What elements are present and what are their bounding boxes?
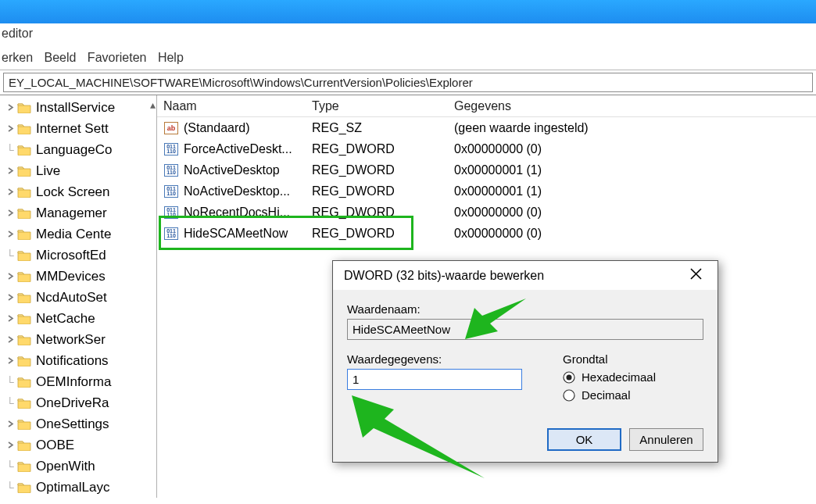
- radio-selected-icon: [563, 371, 575, 384]
- tree-item[interactable]: InstallService▴: [0, 97, 156, 118]
- tree-item-label: Live: [36, 163, 60, 179]
- folder-icon: [17, 186, 31, 198]
- tree-branch-icon: └: [5, 481, 16, 494]
- tree-item-label: NetworkSer: [36, 332, 106, 348]
- tree-item[interactable]: └OEMInforma: [0, 371, 156, 392]
- value-name-input[interactable]: [347, 319, 703, 340]
- tree-item[interactable]: Media Cente: [0, 223, 156, 245]
- addressbar-row: EY_LOCAL_MACHINE\SOFTWARE\Microsoft\Wind…: [0, 70, 816, 95]
- value-name: HideSCAMeetNow: [184, 227, 288, 241]
- value-type: REG_DWORD: [312, 184, 454, 198]
- folder-icon: [17, 249, 31, 261]
- folder-icon: [17, 481, 31, 493]
- tree-item[interactable]: └MicrosoftEd: [0, 245, 156, 266]
- value-data: 0x00000001 (1): [454, 184, 816, 198]
- value-data: 0x00000001 (1): [454, 163, 816, 177]
- value-data-label: Waardegegevens:: [347, 352, 539, 366]
- tree-item[interactable]: Notifications: [0, 350, 156, 371]
- tree-item-label: Notifications: [36, 353, 109, 369]
- chevron-right-icon[interactable]: [5, 273, 16, 280]
- tree-item[interactable]: Lock Screen: [0, 181, 156, 202]
- folder-icon: [17, 460, 31, 472]
- chevron-right-icon[interactable]: [5, 104, 16, 111]
- list-header: Naam Type Gegevens: [157, 95, 816, 117]
- list-row[interactable]: ab(Standaard)REG_SZ(geen waarde ingestel…: [157, 117, 816, 138]
- value-name: NoActiveDesktop...: [184, 184, 290, 198]
- tree-item-label: MicrosoftEd: [36, 248, 106, 263]
- tree-item[interactable]: Live: [0, 160, 156, 181]
- reg-dword-icon: 011110: [164, 185, 178, 198]
- tree-item-label: InstallService: [36, 100, 115, 116]
- tree-item[interactable]: └OpenWith: [0, 456, 156, 477]
- column-header-type[interactable]: Type: [312, 99, 454, 113]
- value-type: REG_DWORD: [312, 163, 454, 177]
- window-title: editor: [0, 23, 816, 48]
- chevron-right-icon[interactable]: [5, 336, 16, 343]
- reg-dword-icon: 011110: [164, 143, 178, 155]
- chevron-right-icon[interactable]: [5, 294, 16, 301]
- chevron-right-icon[interactable]: [5, 231, 16, 238]
- svg-point-1: [567, 374, 572, 380]
- reg-sz-icon: ab: [164, 122, 178, 134]
- menu-item[interactable]: Favorieten: [88, 51, 147, 64]
- tree-item[interactable]: └OptimalLayc: [0, 477, 156, 498]
- menu-item[interactable]: erken: [2, 51, 33, 64]
- folder-icon: [17, 397, 31, 409]
- chevron-right-icon[interactable]: [5, 188, 16, 195]
- tree-item[interactable]: OOBE: [0, 434, 156, 456]
- list-row[interactable]: 011110NoActiveDesktop...REG_DWORD0x00000…: [157, 181, 816, 202]
- value-type: REG_DWORD: [312, 142, 454, 156]
- menu-item[interactable]: Help: [158, 51, 184, 64]
- close-icon[interactable]: [678, 267, 713, 284]
- value-data: (geen waarde ingesteld): [454, 121, 816, 135]
- radio-decimal[interactable]: Decimaal: [563, 388, 703, 402]
- value-name: ForceActiveDeskt...: [184, 142, 292, 156]
- ok-button[interactable]: OK: [547, 428, 621, 451]
- folder-icon: [17, 270, 31, 282]
- list-row[interactable]: 011110ForceActiveDeskt...REG_DWORD0x0000…: [157, 138, 816, 159]
- tree-item-label: MMDevices: [36, 269, 106, 284]
- cancel-button[interactable]: Annuleren: [629, 428, 703, 451]
- addressbar-input[interactable]: EY_LOCAL_MACHINE\SOFTWARE\Microsoft\Wind…: [3, 73, 813, 92]
- tree-item[interactable]: OneSettings: [0, 413, 156, 434]
- chevron-right-icon[interactable]: [5, 315, 16, 322]
- tree-branch-icon: └: [5, 460, 16, 473]
- list-row[interactable]: 011110NoActiveDesktopREG_DWORD0x00000001…: [157, 159, 816, 181]
- value-type: REG_DWORD: [312, 206, 454, 220]
- value-data-input[interactable]: [347, 369, 522, 390]
- chevron-right-icon[interactable]: [5, 125, 16, 132]
- tree-item[interactable]: └OneDriveRa: [0, 392, 156, 413]
- tree-pane[interactable]: InstallService▴Internet Sett└LanguageCoL…: [0, 95, 157, 498]
- reg-dword-icon: 011110: [164, 164, 178, 177]
- base-group-label: Grondtal: [563, 352, 703, 366]
- folder-icon: [17, 123, 31, 134]
- chevron-right-icon[interactable]: [5, 441, 16, 449]
- chevron-right-icon[interactable]: [5, 167, 16, 174]
- tree-item[interactable]: Internet Sett: [0, 118, 156, 139]
- tree-item[interactable]: NetworkSer: [0, 329, 156, 350]
- radio-hexadecimal[interactable]: Hexadecimaal: [563, 370, 703, 384]
- window-accent-bar: [0, 0, 816, 23]
- tree-item[interactable]: Managemer: [0, 202, 156, 223]
- column-header-name[interactable]: Naam: [157, 99, 312, 113]
- tree-item-label: Managemer: [36, 206, 107, 221]
- tree-item[interactable]: NcdAutoSet: [0, 287, 156, 308]
- tree-item-label: Internet Sett: [36, 121, 109, 137]
- folder-icon: [17, 439, 31, 451]
- chevron-right-icon[interactable]: [5, 357, 16, 364]
- chevron-right-icon[interactable]: [5, 209, 16, 216]
- edit-dword-dialog: DWORD (32 bits)-waarde bewerken Waardena…: [332, 260, 718, 463]
- tree-item-label: OptimalLayc: [36, 480, 109, 495]
- list-row[interactable]: 011110HideSCAMeetNowREG_DWORD0x00000000 …: [157, 223, 816, 244]
- value-type: REG_SZ: [312, 121, 454, 135]
- folder-icon: [17, 355, 31, 366]
- menu-item[interactable]: Beeld: [44, 51, 76, 64]
- reg-dword-icon: 011110: [164, 227, 178, 240]
- tree-branch-icon: └: [5, 249, 16, 262]
- list-row[interactable]: 011110NoRecentDocsHi...REG_DWORD0x000000…: [157, 202, 816, 223]
- tree-item[interactable]: MMDevices: [0, 266, 156, 287]
- column-header-data[interactable]: Gegevens: [454, 99, 816, 113]
- chevron-right-icon[interactable]: [5, 420, 16, 427]
- tree-item[interactable]: └LanguageCo: [0, 139, 156, 160]
- tree-item[interactable]: NetCache: [0, 308, 156, 329]
